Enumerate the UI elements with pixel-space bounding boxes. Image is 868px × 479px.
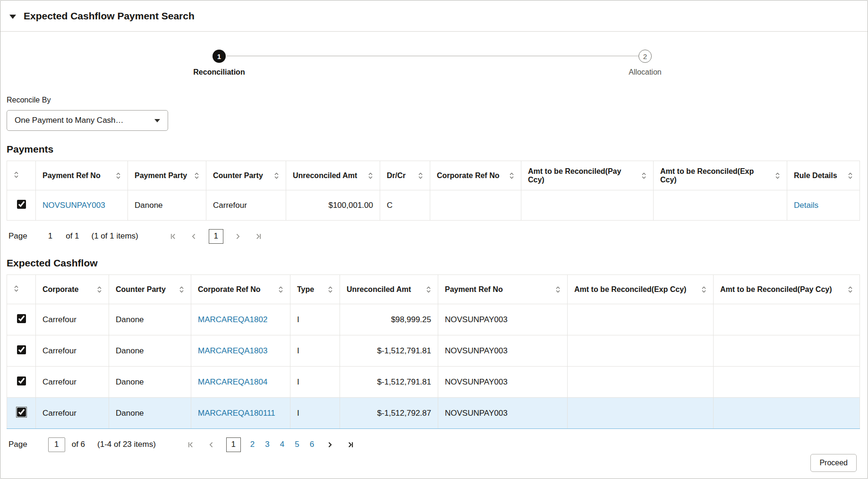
cell-amt-pay-ccy [714,398,860,429]
page-link-2[interactable]: 2 [250,440,255,449]
sort-icon[interactable] [368,172,373,180]
previous-page-icon[interactable] [188,230,200,242]
column-header-select[interactable] [7,161,36,190]
sort-icon[interactable] [641,172,647,180]
column-header-label: Counter Party [213,171,263,180]
cell-corporate-ref-no: MARCAREQA1802 [191,304,290,335]
sort-icon[interactable] [116,172,121,180]
sort-icon[interactable] [775,172,780,180]
cell-amt-pay-ccy [521,190,654,221]
cell-unreconciled-amt: $100,001.00 [286,190,380,221]
last-page-icon[interactable] [253,230,265,242]
cell-select [7,190,36,221]
sort-icon[interactable] [274,172,279,180]
column-header-rule-details[interactable]: Rule Details [787,161,860,190]
cell-corporate-ref-no [430,190,521,221]
first-page-icon[interactable] [167,230,179,242]
step-allocation[interactable]: 2 Allocation [588,50,702,77]
page-label: Page [9,440,27,449]
step-2-circle: 2 [638,50,652,63]
sort-icon[interactable] [278,286,283,293]
cell-counter-party: Carrefour [206,190,286,221]
cell-select [7,304,36,335]
column-header-payment-ref-no[interactable]: Payment Ref No [36,161,128,190]
expected-cashflow-payment-search-panel: Expected Cashflow Payment Search 1 Recon… [0,0,868,479]
step-reconciliation[interactable]: 1 Reconciliation [162,50,276,77]
corporate-ref-link[interactable]: MARCAREQA1804 [198,377,267,386]
previous-page-icon[interactable] [205,438,218,451]
row-select-checkbox[interactable] [17,345,26,354]
next-page-icon[interactable] [323,438,336,451]
cell-type: I [290,367,340,398]
proceed-button[interactable]: Proceed [810,454,857,472]
column-header-unreconciled-amt[interactable]: Unreconciled Amt [286,161,380,190]
step-1-circle: 1 [213,50,226,63]
corporate-ref-link[interactable]: MARCAREQA1802 [198,315,267,324]
sort-icon[interactable] [509,172,514,180]
page-link-6[interactable]: 6 [310,440,314,449]
row-select-checkbox[interactable] [17,200,26,209]
column-header-type[interactable]: Type [290,275,340,304]
cell-payment-ref-no: NOVSUNPAY003 [438,367,568,398]
first-page-icon[interactable] [185,438,197,451]
sort-icon[interactable] [14,285,19,292]
row-select-checkbox[interactable] [17,376,26,385]
sort-icon[interactable] [555,286,561,293]
chevron-down-icon [154,119,160,122]
corporate-ref-link[interactable]: MARCAREQA1803 [198,346,267,355]
cell-corporate: Carrefour [36,335,109,367]
cell-amt-exp-ccy [568,304,714,335]
column-header-payment-party[interactable]: Payment Party [128,161,206,190]
sort-icon[interactable] [701,286,706,293]
reconcile-by-select[interactable]: One Payment to Many Cash… [7,110,168,131]
row-select-checkbox[interactable] [17,408,26,417]
column-header-select[interactable] [7,275,36,304]
column-header-unreconciled-amt[interactable]: Unreconciled Amt [340,275,438,304]
payment-ref-link[interactable]: NOVSUNPAY003 [43,201,105,210]
current-page-button[interactable]: 1 [226,437,241,452]
sort-icon[interactable] [179,286,184,293]
column-header-counter-party[interactable]: Counter Party [206,161,286,190]
column-header-amt-exp-ccy[interactable]: Amt to be Reconciled(Exp Ccy) [568,275,714,304]
cell-payment-ref-no: NOVSUNPAY003 [438,398,568,429]
column-header-corporate[interactable]: Corporate [36,275,109,304]
page-number-input[interactable] [48,437,65,452]
column-header-label: Amt to be Reconciled(Pay Ccy) [720,285,832,294]
next-page-icon[interactable] [232,230,244,242]
page-link-4[interactable]: 4 [280,440,284,449]
stepper-connector-line [227,56,638,56]
sort-icon[interactable] [97,286,102,293]
last-page-icon[interactable] [344,438,357,451]
sort-icon[interactable] [418,172,423,180]
page-link-5[interactable]: 5 [295,440,299,449]
column-header-label: Type [297,285,314,294]
current-page-button[interactable]: 1 [209,229,223,244]
column-header-counter-party[interactable]: Counter Party [109,275,191,304]
column-header-corporate-ref-no[interactable]: Corporate Ref No [430,161,521,190]
payments-table: Payment Ref No Payment Party Counter Par… [7,161,860,221]
cell-corporate-ref-no: MARCAREQA1804 [191,367,290,398]
rule-details-link[interactable]: Details [794,201,818,210]
column-header-corporate-ref-no[interactable]: Corporate Ref No [191,275,290,304]
sort-icon[interactable] [848,286,853,293]
cell-amt-exp-ccy [568,335,714,367]
corporate-ref-link[interactable]: MARCAREQA180111 [198,409,275,418]
panel-header: Expected Cashflow Payment Search [0,0,868,32]
cell-unreconciled-amt: $-1,512,791.81 [340,335,438,367]
column-header-amt-pay-ccy[interactable]: Amt to be Reconciled(Pay Ccy) [714,275,860,304]
column-header-amt-pay-ccy[interactable]: Amt to be Reconciled(Pay Ccy) [521,161,654,190]
page-link-3[interactable]: 3 [265,440,269,449]
sort-icon[interactable] [426,286,431,293]
sort-icon[interactable] [848,172,853,180]
collapse-arrow-icon[interactable] [9,15,16,19]
sort-icon[interactable] [14,171,19,179]
column-header-payment-ref-no[interactable]: Payment Ref No [438,275,568,304]
cell-amt-exp-ccy [654,190,787,221]
row-select-checkbox[interactable] [17,314,26,323]
column-header-dr-cr[interactable]: Dr/Cr [380,161,430,190]
column-header-amt-exp-ccy[interactable]: Amt to be Reconciled(Exp Ccy) [654,161,787,190]
reconcile-by-field: Reconcile By One Payment to Many Cash… [7,96,860,131]
sort-icon[interactable] [328,286,333,293]
cell-rule-details: Details [787,190,860,221]
sort-icon[interactable] [194,172,199,180]
